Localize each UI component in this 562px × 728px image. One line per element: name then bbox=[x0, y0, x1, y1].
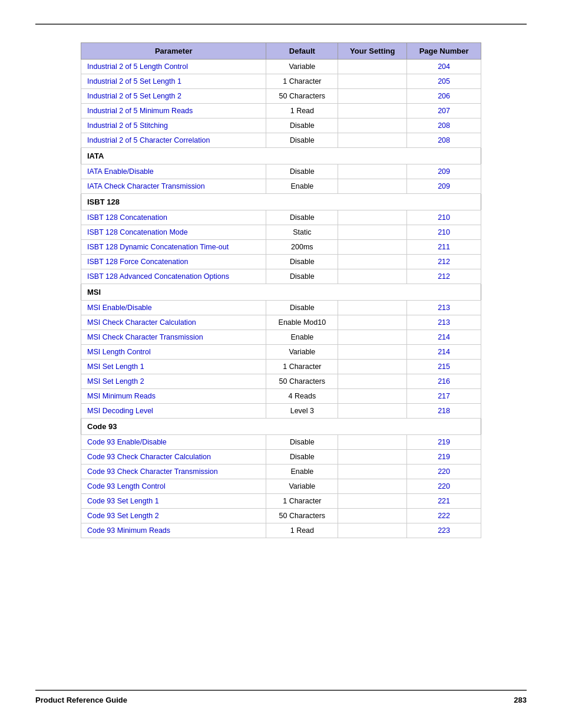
table-row: Industrial 2 of 5 StitchingDisable208 bbox=[81, 118, 481, 133]
your-setting-cell bbox=[338, 225, 407, 240]
section-header-label: IATA bbox=[81, 148, 481, 164]
page-cell[interactable]: 223 bbox=[407, 523, 481, 538]
param-cell[interactable]: Code 93 Minimum Reads bbox=[81, 523, 266, 538]
param-cell[interactable]: Code 93 Length Control bbox=[81, 479, 266, 494]
table-row: Industrial 2 of 5 Set Length 11 Characte… bbox=[81, 74, 481, 89]
default-cell: 1 Read bbox=[266, 523, 338, 538]
param-cell[interactable]: MSI Decoding Level bbox=[81, 404, 266, 419]
section-header-label: ISBT 128 bbox=[81, 194, 481, 210]
param-cell[interactable]: IATA Enable/Disable bbox=[81, 164, 266, 179]
param-cell[interactable]: Industrial 2 of 5 Set Length 2 bbox=[81, 89, 266, 104]
top-border bbox=[35, 24, 527, 25]
param-cell[interactable]: MSI Enable/Disable bbox=[81, 301, 266, 315]
your-setting-cell bbox=[338, 240, 407, 255]
table-row: ISBT 128 Dynamic Concatenation Time-out2… bbox=[81, 240, 481, 255]
param-cell[interactable]: Code 93 Enable/Disable bbox=[81, 435, 266, 450]
default-cell: Variable bbox=[266, 345, 338, 360]
page-cell[interactable]: 212 bbox=[407, 255, 481, 269]
section-header-row: IATA bbox=[81, 148, 481, 164]
page-cell[interactable]: 206 bbox=[407, 89, 481, 104]
param-cell[interactable]: Industrial 2 of 5 Stitching bbox=[81, 118, 266, 133]
page-cell[interactable]: 204 bbox=[407, 60, 481, 74]
page-cell[interactable]: 212 bbox=[407, 269, 481, 284]
your-setting-cell bbox=[338, 74, 407, 89]
param-cell[interactable]: ISBT 128 Dynamic Concatenation Time-out bbox=[81, 240, 266, 255]
page-cell[interactable]: 217 bbox=[407, 389, 481, 404]
table-row: ISBT 128 Advanced Concatenation OptionsD… bbox=[81, 269, 481, 284]
page-cell[interactable]: 221 bbox=[407, 494, 481, 509]
page-cell[interactable]: 219 bbox=[407, 435, 481, 450]
table-row: Industrial 2 of 5 Set Length 250 Charact… bbox=[81, 89, 481, 104]
page-cell[interactable]: 207 bbox=[407, 104, 481, 118]
page-cell[interactable]: 214 bbox=[407, 345, 481, 360]
col-your-setting: Your Setting bbox=[338, 43, 407, 60]
your-setting-cell bbox=[338, 509, 407, 523]
table-row: IATA Enable/DisableDisable209 bbox=[81, 164, 481, 179]
param-cell[interactable]: ISBT 128 Concatenation bbox=[81, 210, 266, 225]
param-cell[interactable]: Industrial 2 of 5 Length Control bbox=[81, 60, 266, 74]
page-cell[interactable]: 208 bbox=[407, 133, 481, 148]
default-cell: Disable bbox=[266, 164, 338, 179]
default-cell: Level 3 bbox=[266, 404, 338, 419]
default-cell: Disable bbox=[266, 118, 338, 133]
param-cell[interactable]: MSI Length Control bbox=[81, 345, 266, 360]
default-cell: Variable bbox=[266, 60, 338, 74]
param-cell[interactable]: ISBT 128 Advanced Concatenation Options bbox=[81, 269, 266, 284]
param-cell[interactable]: MSI Minimum Reads bbox=[81, 389, 266, 404]
page-cell[interactable]: 211 bbox=[407, 240, 481, 255]
default-cell: Disable bbox=[266, 301, 338, 315]
page-cell[interactable]: 220 bbox=[407, 465, 481, 479]
param-cell[interactable]: IATA Check Character Transmission bbox=[81, 179, 266, 194]
table-row: MSI Check Character TransmissionEnable21… bbox=[81, 330, 481, 345]
your-setting-cell bbox=[338, 330, 407, 345]
param-cell[interactable]: MSI Check Character Transmission bbox=[81, 330, 266, 345]
table-row: Code 93 Set Length 250 Characters222 bbox=[81, 509, 481, 523]
default-cell: Disable bbox=[266, 435, 338, 450]
page-cell[interactable]: 210 bbox=[407, 210, 481, 225]
param-cell[interactable]: Code 93 Check Character Calculation bbox=[81, 450, 266, 465]
param-cell[interactable]: MSI Check Character Calculation bbox=[81, 315, 266, 330]
page-cell[interactable]: 215 bbox=[407, 360, 481, 374]
your-setting-cell bbox=[338, 360, 407, 374]
table-row: ISBT 128 Concatenation ModeStatic210 bbox=[81, 225, 481, 240]
page-cell[interactable]: 220 bbox=[407, 479, 481, 494]
param-cell[interactable]: Industrial 2 of 5 Set Length 1 bbox=[81, 74, 266, 89]
your-setting-cell bbox=[338, 60, 407, 74]
param-cell[interactable]: ISBT 128 Force Concatenation bbox=[81, 255, 266, 269]
table-row: MSI Enable/DisableDisable213 bbox=[81, 301, 481, 315]
default-cell: Enable Mod10 bbox=[266, 315, 338, 330]
page-cell[interactable]: 216 bbox=[407, 374, 481, 389]
page-cell[interactable]: 205 bbox=[407, 74, 481, 89]
page-container: Parameter Default Your Setting Page Numb… bbox=[0, 0, 562, 728]
param-cell[interactable]: MSI Set Length 1 bbox=[81, 360, 266, 374]
your-setting-cell bbox=[338, 315, 407, 330]
page-cell[interactable]: 222 bbox=[407, 509, 481, 523]
param-cell[interactable]: Code 93 Check Character Transmission bbox=[81, 465, 266, 479]
page-cell[interactable]: 208 bbox=[407, 118, 481, 133]
param-cell[interactable]: Industrial 2 of 5 Character Correlation bbox=[81, 133, 266, 148]
page-cell[interactable]: 214 bbox=[407, 330, 481, 345]
section-header-label: MSI bbox=[81, 284, 481, 301]
param-cell[interactable]: Code 93 Set Length 1 bbox=[81, 494, 266, 509]
page-cell[interactable]: 209 bbox=[407, 179, 481, 194]
page-cell[interactable]: 219 bbox=[407, 450, 481, 465]
page-cell[interactable]: 213 bbox=[407, 301, 481, 315]
table-row: Code 93 Length ControlVariable220 bbox=[81, 479, 481, 494]
default-cell: 200ms bbox=[266, 240, 338, 255]
your-setting-cell bbox=[338, 494, 407, 509]
param-cell[interactable]: Industrial 2 of 5 Minimum Reads bbox=[81, 104, 266, 118]
footer-label: Product Reference Guide bbox=[35, 696, 127, 704]
page-cell[interactable]: 209 bbox=[407, 164, 481, 179]
default-cell: 1 Character bbox=[266, 74, 338, 89]
your-setting-cell bbox=[338, 104, 407, 118]
param-cell[interactable]: Code 93 Set Length 2 bbox=[81, 509, 266, 523]
page-cell[interactable]: 210 bbox=[407, 225, 481, 240]
table-row: Code 93 Check Character CalculationDisab… bbox=[81, 450, 481, 465]
param-cell[interactable]: MSI Set Length 2 bbox=[81, 374, 266, 389]
page-cell[interactable]: 218 bbox=[407, 404, 481, 419]
page-cell[interactable]: 213 bbox=[407, 315, 481, 330]
main-table: Parameter Default Your Setting Page Numb… bbox=[81, 42, 481, 538]
your-setting-cell bbox=[338, 133, 407, 148]
your-setting-cell bbox=[338, 301, 407, 315]
param-cell[interactable]: ISBT 128 Concatenation Mode bbox=[81, 225, 266, 240]
